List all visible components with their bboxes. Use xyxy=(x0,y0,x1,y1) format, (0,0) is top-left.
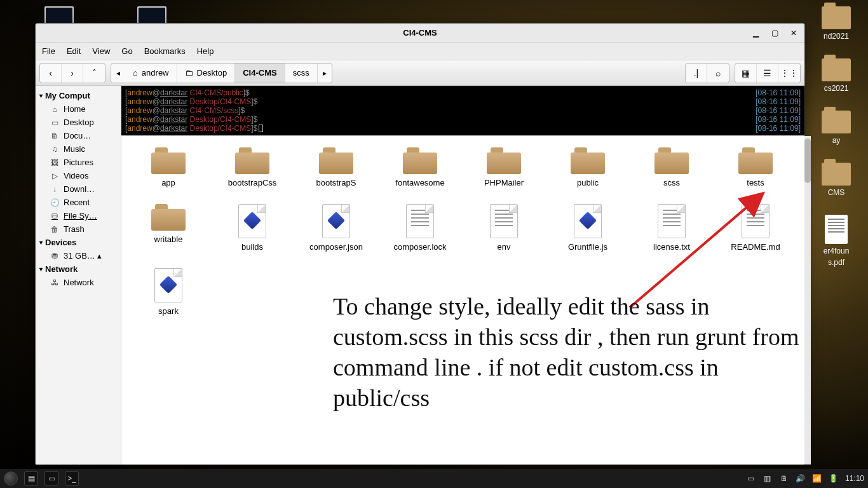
sidebar-item-label: Trash xyxy=(64,224,85,234)
file-label: fontawesome xyxy=(395,178,444,187)
path-segment-andrew[interactable]: ⌂andrew xyxy=(125,64,177,83)
file-item-writable[interactable]: writable xyxy=(126,204,210,252)
file-item-app[interactable]: app xyxy=(126,147,210,187)
sidebar-item-desktop[interactable]: ▭Desktop xyxy=(38,116,118,128)
back-button[interactable]: ‹ xyxy=(40,64,62,83)
sidebar-section-header[interactable]: ▾Devices xyxy=(38,236,118,248)
sidebar-item-31-gb-[interactable]: ⛃31 GB… ▴ xyxy=(38,250,118,262)
path-scroll-right[interactable]: ▸ xyxy=(318,64,332,83)
taskbar-app-editor[interactable]: ▭ xyxy=(44,471,58,485)
desktop-icon-cms[interactable]: CMS xyxy=(804,163,868,197)
tray-icon[interactable]: 📶 xyxy=(812,473,822,484)
file-item-license-txt[interactable]: license.txt xyxy=(630,204,714,252)
taskbar-app-files[interactable]: ▤ xyxy=(24,471,38,485)
clock[interactable]: 11:10 xyxy=(845,474,864,483)
maximize-button[interactable]: ▢ xyxy=(766,26,783,40)
sidebar-section-network[interactable]: Network xyxy=(45,264,78,274)
file-item-scss[interactable]: scss xyxy=(630,147,714,187)
sidebar-item-icon: 🗎 xyxy=(50,132,60,140)
file-item-bootstrapcss[interactable]: bootstrapCss xyxy=(210,147,294,187)
file-item-phpmailer[interactable]: PHPMailer xyxy=(462,147,546,187)
tray-icon[interactable]: 🗎 xyxy=(779,473,789,484)
caret-icon: ▾ xyxy=(39,92,43,99)
text-file-icon xyxy=(742,204,770,238)
view-compact-button[interactable]: ⋮⋮ xyxy=(778,64,800,83)
sidebar-item-docu-[interactable]: 🗎Docu… xyxy=(38,130,118,142)
desktop-icon-nd2021[interactable]: nd2021 xyxy=(804,6,868,41)
search-button[interactable]: ⌕ xyxy=(707,64,729,83)
forward-button[interactable]: › xyxy=(62,64,83,83)
path-segment-ci4-cms[interactable]: CI4-CMS xyxy=(235,64,285,83)
file-item-spark[interactable]: spark xyxy=(126,268,210,316)
folder-icon xyxy=(319,147,353,174)
sidebar-item-downl-[interactable]: ↓Downl… xyxy=(38,183,118,195)
menu-bookmarks[interactable]: Bookmarks xyxy=(144,46,186,56)
scrollbar-track[interactable] xyxy=(804,136,811,464)
sidebar-item-recent[interactable]: 🕘Recent xyxy=(38,196,118,208)
menu-view[interactable]: View xyxy=(92,46,110,56)
file-item-composer-lock[interactable]: composer.lock xyxy=(378,204,462,252)
sidebar-item-trash[interactable]: 🗑Trash xyxy=(38,223,118,235)
sidebar-item-pictures[interactable]: 🖼Pictures xyxy=(38,156,118,168)
file-item-bootstraps[interactable]: bootstrapS xyxy=(294,147,378,187)
view-list-button[interactable]: ☰ xyxy=(757,64,778,83)
taskbar: ▤ ▭ >_ ▭▥🗎🔊📶🔋11:10 xyxy=(0,469,868,488)
view-icons-button[interactable]: ▦ xyxy=(735,64,757,83)
tray-icon[interactable]: 🔋 xyxy=(829,473,839,484)
folder-icon xyxy=(151,204,186,231)
folder-icon xyxy=(235,147,269,174)
path-scroll-left[interactable]: ◂ xyxy=(111,64,125,83)
menu-file[interactable]: File xyxy=(42,46,55,56)
start-button[interactable] xyxy=(4,471,18,485)
sidebar-item-icon: ▷ xyxy=(50,172,60,180)
minimize-button[interactable]: ▁ xyxy=(747,26,764,40)
desktop-icon-label: ay xyxy=(832,136,841,145)
sidebar-item-videos[interactable]: ▷Videos xyxy=(38,170,118,182)
sidebar-item-icon: 🕘 xyxy=(50,198,60,207)
sidebar-item-icon: ▭ xyxy=(50,118,60,127)
path-segment-scss[interactable]: scss xyxy=(285,64,318,83)
embedded-terminal[interactable]: [andrew@darkstar CI4-CMS/public]$[andrew… xyxy=(121,86,804,136)
menu-go[interactable]: Go xyxy=(121,46,132,56)
sidebar-item-home[interactable]: ⌂Home xyxy=(38,103,118,115)
file-item-tests[interactable]: tests xyxy=(714,147,797,187)
file-item-fontawesome[interactable]: fontawesome xyxy=(378,147,462,187)
sidebar-item-icon: 🖧 xyxy=(50,278,60,287)
file-item-composer-json[interactable]: composer.json xyxy=(294,204,378,252)
file-label: spark xyxy=(158,306,179,316)
path-label: scss xyxy=(293,68,309,78)
system-tray: ▭▥🗎🔊📶🔋11:10 xyxy=(746,473,864,484)
menu-edit[interactable]: Edit xyxy=(67,46,81,56)
menu-help[interactable]: Help xyxy=(197,46,214,56)
home-icon: ⌂ xyxy=(133,68,138,78)
scrollbar-thumb[interactable] xyxy=(804,139,811,183)
sidebar-section-my-comput[interactable]: My Comput xyxy=(45,91,90,100)
folder-icon xyxy=(571,147,605,174)
sidebar-section-devices[interactable]: Devices xyxy=(45,238,76,247)
file-item-gruntfile-js[interactable]: Gruntfile.js xyxy=(546,204,630,252)
file-item-env[interactable]: env xyxy=(462,204,546,252)
path-segment-desktop[interactable]: 🗀Desktop xyxy=(177,64,236,83)
sidebar-item-music[interactable]: ♫Music xyxy=(38,143,118,155)
sidebar-item-network[interactable]: 🖧Network xyxy=(38,276,118,288)
file-item-builds[interactable]: builds xyxy=(210,204,294,252)
tray-icon[interactable]: ▥ xyxy=(763,473,773,484)
titlebar[interactable]: CI4-CMS ▁ ▢ ✕ xyxy=(36,24,804,43)
tray-icon[interactable]: ▭ xyxy=(746,473,756,484)
file-item-public[interactable]: public xyxy=(546,147,630,187)
toggle-path-button[interactable]: .| xyxy=(686,64,707,83)
folder-icon xyxy=(487,147,521,174)
close-button[interactable]: ✕ xyxy=(785,26,802,40)
sidebar: ▾My Comput⌂Home▭Desktop🗎Docu…♫Music🖼Pict… xyxy=(36,86,121,464)
tray-icon[interactable]: 🔊 xyxy=(796,473,806,484)
sidebar-item-file-sy-[interactable]: ⛁File Sy… xyxy=(38,210,118,222)
desktop-icon-cs2021[interactable]: cs2021 xyxy=(804,58,868,93)
up-button[interactable]: ˄ xyxy=(83,64,105,83)
taskbar-app-terminal[interactable]: >_ xyxy=(65,471,79,485)
sidebar-section-header[interactable]: ▾Network xyxy=(38,263,118,275)
file-item-readme-md[interactable]: README.md xyxy=(714,204,797,252)
desktop-icon-ay[interactable]: ay xyxy=(804,111,868,145)
sidebar-section-header[interactable]: ▾My Comput xyxy=(38,90,118,102)
file-label: Gruntfile.js xyxy=(568,242,607,252)
desktop-icon-er4foun[interactable]: er4founs.pdf xyxy=(804,215,868,267)
